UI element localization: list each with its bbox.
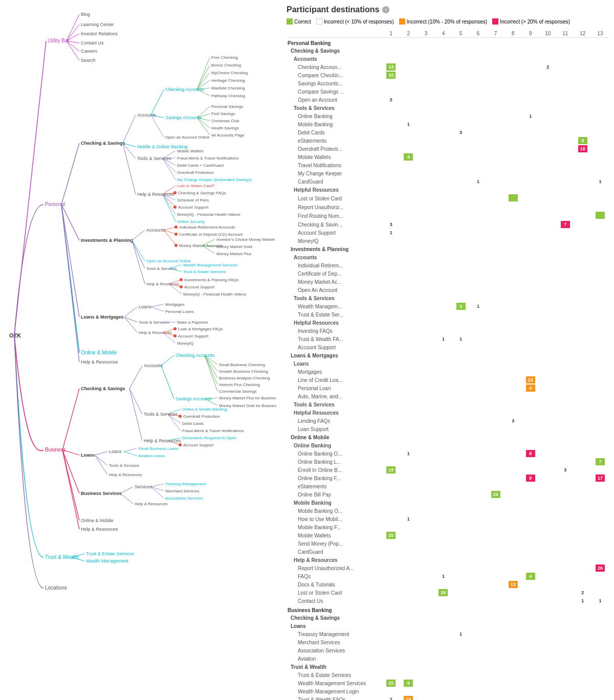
svg-text:Online & Mobile[interactable]: Online & Mobile bbox=[81, 350, 117, 355]
data-cell bbox=[434, 466, 452, 474]
data-cell bbox=[487, 203, 505, 211]
data-cell bbox=[557, 137, 574, 145]
svg-text:Savings Accounts[interactable]: Savings Accounts bbox=[165, 115, 202, 120]
data-cell bbox=[452, 671, 469, 679]
data-cell bbox=[434, 302, 452, 310]
data-cell bbox=[539, 384, 557, 392]
data-cell bbox=[557, 638, 574, 646]
data-cell bbox=[539, 638, 557, 646]
table-row: FAQs14 bbox=[287, 572, 609, 580]
data-cell bbox=[505, 161, 522, 169]
data-cell bbox=[539, 605, 557, 614]
data-cell bbox=[434, 261, 452, 269]
data-cell: 2 bbox=[382, 695, 400, 700]
data-cell bbox=[400, 145, 417, 153]
data-cell: 4 bbox=[522, 384, 539, 392]
row-label: Online & Mobile bbox=[287, 433, 382, 441]
data-cell bbox=[574, 499, 591, 507]
data-cell bbox=[452, 269, 469, 278]
data-cell bbox=[505, 63, 522, 71]
data-cell bbox=[434, 622, 452, 630]
data-cell bbox=[557, 580, 574, 589]
data-cell bbox=[434, 153, 452, 161]
row-label: Personal Banking bbox=[287, 38, 382, 47]
row-label: Wealth Management Login bbox=[287, 687, 382, 695]
data-cell bbox=[382, 433, 400, 441]
table-row: Loan Support bbox=[287, 425, 609, 433]
data-cell bbox=[574, 556, 591, 564]
data-cell bbox=[557, 63, 574, 71]
data-cell bbox=[574, 211, 591, 220]
data-cell bbox=[452, 466, 469, 474]
svg-text:Trust & Estate Services: Trust & Estate Services bbox=[86, 551, 134, 556]
svg-text:Health Savings: Health Savings bbox=[211, 126, 239, 130]
svg-text:Accounts: Accounts bbox=[144, 363, 163, 368]
info-icon[interactable]: i bbox=[382, 6, 389, 13]
table-row: Accounts bbox=[287, 253, 609, 261]
data-cell: 3 bbox=[452, 128, 469, 137]
data-cell bbox=[557, 564, 574, 572]
data-cell bbox=[591, 679, 609, 687]
data-cell bbox=[417, 638, 434, 646]
data-cell bbox=[382, 564, 400, 572]
data-cell bbox=[417, 47, 434, 55]
data-cell bbox=[539, 286, 557, 294]
table-row: Debit Cards3 bbox=[287, 128, 609, 137]
data-cell bbox=[452, 687, 469, 695]
data-cell bbox=[417, 597, 434, 605]
data-cell bbox=[505, 203, 522, 211]
svg-text:Certificate of Deposit (CD) Ac: Certificate of Deposit (CD) Account bbox=[179, 232, 243, 237]
data-cell bbox=[505, 614, 522, 622]
data-cell bbox=[539, 112, 557, 120]
row-label: Online Banking bbox=[287, 441, 382, 449]
data-cell bbox=[539, 614, 557, 622]
data-cell bbox=[591, 253, 609, 261]
data-cell bbox=[522, 286, 539, 294]
data-cell bbox=[505, 47, 522, 55]
data-cell bbox=[522, 605, 539, 614]
data-cell bbox=[591, 351, 609, 359]
table-row: Mobile Wallets25 bbox=[287, 531, 609, 539]
row-label: Mobile Banking O... bbox=[287, 507, 382, 515]
data-cell bbox=[522, 327, 539, 335]
data-cell bbox=[557, 605, 574, 614]
data-cell bbox=[574, 177, 591, 186]
data-cell bbox=[574, 286, 591, 294]
locations-label[interactable]: Locations bbox=[45, 585, 67, 591]
svg-text:Debit Cards + CardGuard: Debit Cards + CardGuard bbox=[177, 163, 224, 168]
data-cell bbox=[470, 638, 487, 646]
data-cell bbox=[382, 245, 400, 253]
data-cell bbox=[591, 137, 609, 145]
data-cell bbox=[400, 278, 417, 286]
data-cell bbox=[574, 605, 591, 614]
trust-wealth-label[interactable]: Trust & Wealth bbox=[45, 554, 79, 560]
table-row: Accounts bbox=[287, 55, 609, 63]
svg-text:Overdraft Protection: Overdraft Protection bbox=[183, 414, 220, 419]
svg-text:Checking Accounts[interactable]: Checking Accounts bbox=[165, 87, 205, 92]
data-cell bbox=[417, 572, 434, 580]
table-row: Treasury Management1 bbox=[287, 630, 609, 638]
data-cell bbox=[417, 564, 434, 572]
data-cell bbox=[417, 211, 434, 220]
row-label: Auto, Marine, and... bbox=[287, 392, 382, 400]
table-row: Online Banking F...817 bbox=[287, 474, 609, 482]
data-cell bbox=[434, 638, 452, 646]
data-cell bbox=[539, 245, 557, 253]
data-cell bbox=[539, 310, 557, 319]
data-cell bbox=[591, 466, 609, 474]
table-row: Online Bill Pay24 bbox=[287, 490, 609, 499]
data-cell bbox=[522, 211, 539, 220]
data-cell bbox=[522, 695, 539, 700]
data-cell bbox=[505, 211, 522, 220]
data-cell bbox=[417, 302, 434, 310]
data-cell bbox=[574, 161, 591, 169]
data-cell bbox=[539, 376, 557, 384]
data-cell bbox=[522, 425, 539, 433]
data-cell bbox=[417, 177, 434, 186]
data-cell bbox=[434, 482, 452, 490]
data-cell bbox=[591, 38, 609, 47]
svg-point-109 bbox=[180, 285, 183, 288]
data-cell bbox=[470, 203, 487, 211]
data-cell bbox=[382, 359, 400, 368]
svg-text:Loans: Loans bbox=[81, 453, 95, 458]
